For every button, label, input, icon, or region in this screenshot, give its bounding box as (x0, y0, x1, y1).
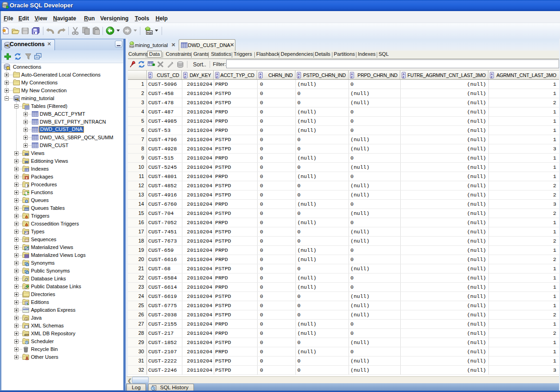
svg-text:Z: Z (184, 76, 186, 78)
svg-text:Z: Z (259, 76, 261, 78)
svg-text:Z: Z (298, 76, 300, 78)
svg-text:SQL: SQL (147, 31, 153, 34)
svg-text:SQL: SQL (130, 45, 134, 48)
svg-text:Z: Z (149, 76, 151, 78)
svg-text:12: 12 (25, 239, 28, 242)
svg-text:R: R (25, 231, 26, 233)
svg-text:Z: Z (351, 76, 353, 78)
svg-text:XML: XML (25, 334, 29, 336)
svg-text:3: 3 (27, 232, 28, 234)
svg-text:Z: Z (216, 76, 218, 78)
svg-text:Z: Z (491, 76, 493, 78)
svg-text:Z: Z (403, 76, 404, 78)
